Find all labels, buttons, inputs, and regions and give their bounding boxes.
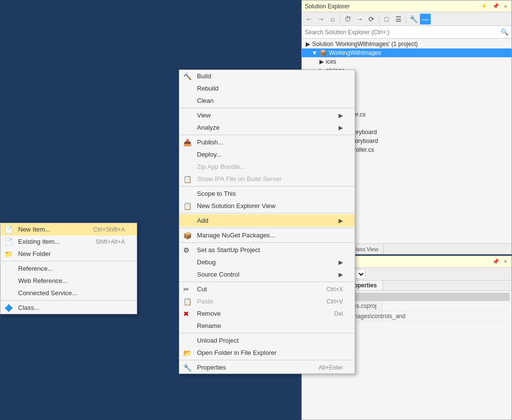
se-close-button[interactable]: × bbox=[503, 3, 509, 9]
se-toolbar-sep1 bbox=[340, 15, 341, 23]
nuget-icon: 📦 bbox=[183, 232, 192, 239]
cm-source-control-label: Source Control bbox=[197, 271, 339, 278]
se-pin-button[interactable]: ⚡ bbox=[479, 3, 489, 9]
class-icon: 🔷 bbox=[4, 304, 13, 312]
cm-scope-to-this-label: Scope to This bbox=[197, 190, 343, 197]
new-item-icon: 📄 bbox=[4, 226, 13, 233]
cm-show-ipa-label: Show IPA File on Build Server bbox=[197, 175, 343, 183]
cm-manage-nuget-label: Manage NuGet Packages... bbox=[197, 232, 343, 239]
new-se-view-icon: 📋 bbox=[183, 202, 192, 210]
cm-sep6 bbox=[179, 242, 355, 243]
show-ipa-icon: 📋 bbox=[183, 175, 192, 183]
se-collapse-button[interactable]: □ bbox=[381, 14, 392, 24]
properties-icon: 🔧 bbox=[183, 364, 192, 372]
submenu-existing-item[interactable]: 📄 Existing Item... Shift+Alt+A bbox=[0, 235, 137, 248]
cm-paste: 📋 Paste Ctrl+V bbox=[179, 295, 355, 307]
cm-deploy[interactable]: Deploy... bbox=[179, 148, 355, 161]
cm-properties[interactable]: 🔧 Properties Alt+Enter bbox=[179, 361, 355, 373]
cm-publish[interactable]: 📤 Publish... bbox=[179, 136, 355, 148]
se-tree-project[interactable]: ▼ 📦 WorkingWithImages bbox=[302, 48, 512, 57]
paste-icon: 📋 bbox=[183, 298, 192, 305]
prop-pin-button[interactable]: 📌 bbox=[491, 258, 501, 265]
cut-icon: ✂ bbox=[183, 285, 189, 293]
se-back-button[interactable]: ← bbox=[304, 14, 315, 24]
se-title-text: Solution Explorer bbox=[305, 3, 349, 10]
submenu-web-reference-label: Web Reference... bbox=[18, 277, 125, 284]
remove-icon: ✖ bbox=[183, 310, 189, 318]
se-settings-button[interactable]: 🔧 bbox=[408, 14, 419, 24]
cm-open-folder[interactable]: 📂 Open Folder in File Explorer bbox=[179, 347, 355, 359]
se-refresh-button[interactable]: ⟳ bbox=[366, 14, 377, 24]
build-icon: 🔨 bbox=[183, 72, 192, 80]
cm-sep2 bbox=[179, 135, 355, 135]
cm-rename-label: Rename bbox=[197, 322, 343, 329]
cm-new-se-view[interactable]: 📋 New Solution Explorer View bbox=[179, 200, 355, 212]
submenu-new-folder[interactable]: 📁 New Folder bbox=[0, 248, 137, 260]
cm-unload-label: Unload Project bbox=[197, 337, 343, 344]
se-filter-button[interactable]: ☰ bbox=[393, 14, 404, 24]
se-minimize-button[interactable]: — bbox=[420, 14, 431, 24]
se-forward-button[interactable]: → bbox=[316, 14, 326, 24]
se-tree-solution-icon: ▶ bbox=[306, 41, 310, 47]
cm-manage-nuget[interactable]: 📦 Manage NuGet Packages... bbox=[179, 229, 355, 241]
submenu-reference[interactable]: Reference... bbox=[0, 262, 137, 275]
se-toolbar: ← → ⌂ ⏱ → ⟳ □ ☰ 🔧 — bbox=[302, 12, 512, 26]
cm-debug[interactable]: Debug ▶ bbox=[179, 256, 355, 268]
submenu-new-folder-label: New Folder bbox=[18, 250, 125, 257]
se-title-bar: Solution Explorer ⚡ 📌 × bbox=[302, 0, 512, 12]
cm-add-label: Add bbox=[197, 217, 339, 224]
cm-remove-shortcut: Del bbox=[334, 310, 343, 317]
cm-rename[interactable]: Rename bbox=[179, 320, 355, 332]
cm-sep1 bbox=[179, 108, 355, 108]
cm-rebuild[interactable]: Rebuild bbox=[179, 82, 355, 94]
publish-icon: 📤 bbox=[183, 139, 192, 146]
cm-build[interactable]: 🔨 Build bbox=[179, 70, 355, 82]
cm-remove-label: Remove bbox=[197, 310, 322, 317]
se-auto-hide-button[interactable]: 📌 bbox=[491, 3, 501, 9]
cm-set-startup[interactable]: ⚙ Set as StartUp Project bbox=[179, 244, 355, 256]
cm-zip-bundle: Zip App Bundle... bbox=[179, 161, 355, 173]
prop-title-buttons: 📌 × bbox=[491, 258, 509, 265]
se-tree-project-label: WorkingWithImages bbox=[329, 49, 381, 56]
prop-close-button[interactable]: × bbox=[503, 258, 509, 265]
se-search-input[interactable] bbox=[305, 29, 499, 36]
submenu-reference-label: Reference... bbox=[18, 265, 125, 272]
cm-deploy-label: Deploy... bbox=[197, 151, 343, 158]
cm-source-control[interactable]: Source Control ▶ bbox=[179, 268, 355, 280]
cm-cut[interactable]: ✂ Cut Ctrl+X bbox=[179, 283, 355, 295]
submenu-class[interactable]: 🔷 Class... bbox=[0, 302, 137, 314]
cm-debug-arrow: ▶ bbox=[339, 259, 343, 266]
cm-analyze[interactable]: Analyze ▶ bbox=[179, 121, 355, 134]
cm-scope-to-this[interactable]: Scope to This bbox=[179, 187, 355, 200]
cm-unload-project[interactable]: Unload Project bbox=[179, 334, 355, 347]
submenu-new-item-label: New Item... bbox=[18, 226, 81, 233]
cm-source-control-arrow: ▶ bbox=[339, 271, 343, 278]
cm-zip-bundle-label: Zip App Bundle... bbox=[197, 163, 343, 170]
submenu-new-item[interactable]: 📄 New Item... Ctrl+Shift+A bbox=[0, 223, 137, 235]
submenu-connected-service[interactable]: Connected Service... bbox=[0, 287, 137, 299]
cm-clean[interactable]: Clean bbox=[179, 94, 355, 107]
se-history-button[interactable]: ⏱ bbox=[342, 14, 353, 24]
submenu-sep2 bbox=[0, 300, 137, 301]
submenu-connected-service-label: Connected Service... bbox=[18, 289, 125, 297]
cm-sep9 bbox=[179, 360, 355, 360]
submenu-class-label: Class... bbox=[18, 304, 125, 311]
se-home-button[interactable]: ⌂ bbox=[327, 14, 338, 24]
se-fwd-button[interactable]: → bbox=[354, 14, 365, 24]
cm-remove[interactable]: ✖ Remove Del bbox=[179, 307, 355, 320]
cm-cut-shortcut: Ctrl+X bbox=[326, 286, 343, 293]
se-tree-solution[interactable]: ▶ Solution 'WorkingWithImages' (1 projec… bbox=[302, 40, 512, 48]
cm-open-folder-label: Open Folder in File Explorer bbox=[197, 349, 343, 356]
submenu-web-reference[interactable]: Web Reference... bbox=[0, 275, 137, 287]
se-tree-item-2[interactable]: ▶ ices bbox=[302, 57, 512, 66]
cm-view[interactable]: View ▶ bbox=[179, 109, 355, 121]
se-tree-solution-label: Solution 'WorkingWithImages' (1 project) bbox=[312, 41, 418, 47]
cm-sep8 bbox=[179, 333, 355, 333]
se-search-box[interactable]: 🔍 bbox=[302, 26, 512, 39]
cm-paste-label: Paste bbox=[197, 298, 315, 305]
cm-properties-shortcut: Alt+Enter bbox=[318, 364, 343, 371]
cm-properties-label: Properties bbox=[197, 364, 307, 371]
cm-sep4 bbox=[179, 213, 355, 213]
cm-add[interactable]: Add ▶ bbox=[179, 214, 355, 227]
cm-clean-label: Clean bbox=[197, 97, 343, 104]
